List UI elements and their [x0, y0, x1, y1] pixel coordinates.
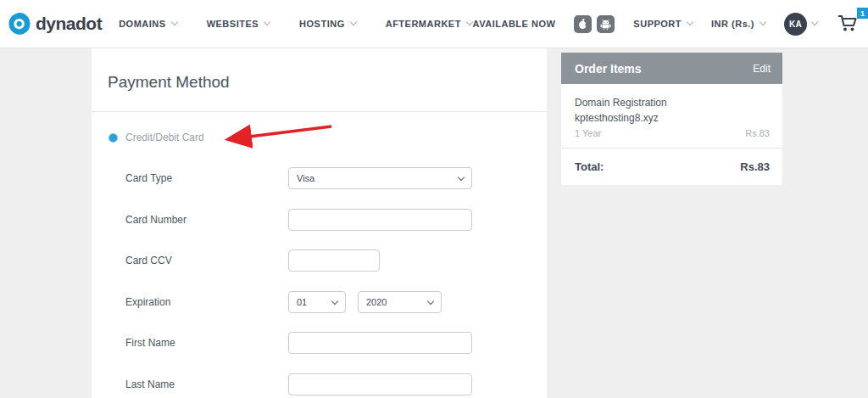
- expiration-year-value: 2020: [366, 297, 387, 307]
- expiration-month-value: 01: [297, 297, 307, 307]
- nav-label: WEBSITES: [207, 19, 259, 29]
- order-item-term: 1 Year: [575, 128, 601, 138]
- order-item-meta: 1 Year Rs.83: [575, 128, 770, 138]
- card-ccv-input[interactable]: [288, 249, 380, 272]
- android-app-icon[interactable]: [597, 15, 615, 33]
- order-item-domain: kptesthosting8.xyz: [575, 110, 770, 126]
- card-type-row: Card Type Visa: [92, 167, 547, 189]
- chevron-down-icon: [170, 19, 177, 25]
- expiration-row: Expiration 01 2020: [92, 291, 547, 313]
- order-total-row: Total: Rs.83: [561, 149, 782, 185]
- top-nav: dynadot DOMAINS WEBSITES HOSTING AFTERMA…: [0, 0, 868, 48]
- order-items-panel: Order Items Edit Domain Registration kpt…: [561, 53, 782, 185]
- order-total-label: Total:: [575, 160, 604, 173]
- android-logo-icon: [600, 19, 611, 30]
- main-nav: DOMAINS WEBSITES HOSTING AFTERMARKET: [119, 19, 472, 29]
- available-now-label: AVAILABLE NOW: [473, 19, 556, 29]
- nav-support[interactable]: SUPPORT: [633, 19, 693, 29]
- nav-aftermarket[interactable]: AFTERMARKET: [386, 19, 472, 29]
- chevron-down-icon: [687, 19, 693, 25]
- nav-label: DOMAINS: [119, 19, 165, 29]
- order-item-type: Domain Registration: [575, 95, 770, 110]
- nav-label: SUPPORT: [633, 19, 682, 29]
- chevron-down-icon: [427, 298, 434, 305]
- nav-label: HOSTING: [299, 19, 345, 29]
- last-name-input[interactable]: [288, 373, 472, 395]
- divider: [92, 111, 547, 112]
- nav-hosting[interactable]: HOSTING: [299, 19, 356, 29]
- nav-label: AFTERMARKET: [386, 19, 461, 29]
- chevron-down-icon: [760, 19, 766, 25]
- cart-badge: 1: [857, 8, 868, 19]
- brand-logo[interactable]: dynadot: [7, 11, 102, 36]
- first-name-label: First Name: [125, 332, 175, 354]
- app-store-icons: [574, 15, 615, 33]
- card-type-label: Card Type: [125, 167, 172, 189]
- card-type-select[interactable]: Visa: [288, 167, 472, 189]
- order-item-price: Rs.83: [745, 128, 770, 138]
- expiration-year-select[interactable]: 2020: [358, 291, 442, 313]
- account-menu[interactable]: KA: [784, 13, 817, 36]
- nav-domains[interactable]: DOMAINS: [119, 19, 176, 29]
- order-total-value: Rs.83: [740, 160, 770, 173]
- chevron-down-icon: [811, 19, 818, 25]
- card-ccv-row: Card CCV: [92, 249, 547, 272]
- chevron-down-icon: [458, 174, 465, 181]
- card-type-value: Visa: [297, 173, 314, 183]
- card-number-label: Card Number: [125, 209, 186, 231]
- currency-label: INR (Rs.): [711, 19, 754, 29]
- card-number-row: Card Number: [92, 209, 547, 231]
- last-name-row: Last Name: [92, 373, 547, 395]
- payment-panel: Payment Method Credit/Debit Card Card Ty…: [92, 48, 547, 398]
- chevron-down-icon: [349, 19, 356, 25]
- credit-card-label[interactable]: Credit/Debit Card: [125, 132, 204, 143]
- order-item: Domain Registration kptesthosting8.xyz 1…: [561, 84, 782, 148]
- first-name-input[interactable]: [288, 332, 472, 354]
- first-name-row: First Name: [92, 332, 547, 354]
- cart-button[interactable]: 1: [836, 11, 861, 36]
- avatar: KA: [784, 13, 807, 36]
- credit-card-radio[interactable]: [108, 133, 118, 143]
- card-ccv-label: Card CCV: [125, 249, 172, 272]
- cart-icon: [836, 11, 860, 35]
- last-name-label: Last Name: [125, 373, 175, 395]
- dynadot-flame-icon: [7, 11, 32, 36]
- card-number-input[interactable]: [288, 209, 472, 231]
- expiration-month-select[interactable]: 01: [288, 291, 346, 313]
- apple-logo-icon: [577, 18, 588, 30]
- order-edit-link[interactable]: Edit: [753, 63, 771, 75]
- brand-name: dynadot: [36, 14, 102, 34]
- currency-selector[interactable]: INR (Rs.): [711, 19, 765, 29]
- expiration-label: Expiration: [125, 291, 170, 313]
- header-right: AVAILABLE NOW: [473, 11, 863, 36]
- chevron-down-icon: [331, 298, 338, 305]
- nav-websites[interactable]: WEBSITES: [207, 19, 270, 29]
- payment-method-option: Credit/Debit Card: [108, 132, 204, 143]
- page-title: Payment Method: [108, 73, 230, 92]
- apple-app-icon[interactable]: [574, 15, 592, 33]
- chevron-down-icon: [264, 19, 270, 25]
- order-items-header: Order Items Edit: [561, 53, 782, 84]
- order-items-title: Order Items: [575, 62, 642, 76]
